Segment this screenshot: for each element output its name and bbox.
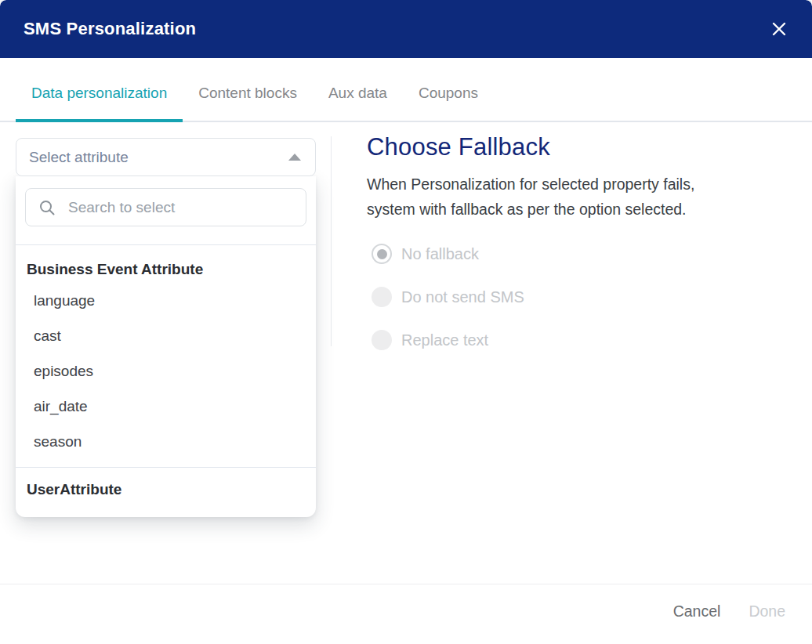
sms-personalization-modal: SMS Personalization Data personalization… [0,0,812,644]
group-header-user-attribute: UserAttribute [16,468,316,517]
radio-option-do-not-send-sms[interactable]: Do not send SMS [372,287,774,307]
radio-selected-icon [372,244,392,264]
group-header-business-event-attribute: Business Event Attribute [16,245,316,284]
tab-coupons[interactable]: Coupons [403,85,494,122]
attribute-search-box[interactable] [25,188,306,226]
column-divider [331,136,332,346]
radio-label: Do not send SMS [401,288,524,306]
tab-content-blocks[interactable]: Content blocks [183,85,313,122]
list-item-episodes[interactable]: episodes [16,354,316,389]
tab-data-personalization[interactable]: Data personalization [16,85,183,122]
close-icon[interactable] [767,16,792,42]
modal-content: Select attribute Business Event Attribut… [0,122,812,584]
tab-aux-data[interactable]: Aux data [313,85,403,122]
list-item-language[interactable]: language [16,284,316,319]
cancel-button[interactable]: Cancel [673,602,721,620]
fallback-description: When Personalization for selected proper… [367,172,774,222]
attribute-list: language cast episodes air_date season [16,284,316,460]
select-attribute-dropdown[interactable]: Select attribute [16,138,316,176]
radio-label: Replace text [401,331,488,349]
radio-unselected-icon [372,330,392,350]
select-attribute-value: Select attribute [29,149,129,166]
fallback-options: No fallback Do not send SMS Replace text [372,244,774,350]
list-item-season[interactable]: season [16,425,316,460]
modal-header: SMS Personalization [0,0,812,58]
fallback-description-line2: system with fallback as per the option s… [367,197,774,222]
radio-option-no-fallback[interactable]: No fallback [372,244,774,264]
search-icon [38,199,56,216]
attribute-picker: Select attribute Business Event Attribut… [16,138,316,517]
radio-unselected-icon [372,287,392,307]
radio-label: No fallback [401,245,479,263]
list-item-air_date[interactable]: air_date [16,389,316,425]
attribute-dropdown-panel: Business Event Attribute language cast e… [16,176,316,517]
radio-option-replace-text[interactable]: Replace text [372,330,774,350]
search-input[interactable] [68,199,295,216]
modal-footer: Cancel Done [0,584,812,644]
chevron-up-icon [288,154,301,161]
fallback-description-line1: When Personalization for selected proper… [367,172,774,197]
fallback-section: Choose Fallback When Personalization for… [367,133,774,373]
done-button[interactable]: Done [749,602,785,620]
fallback-heading: Choose Fallback [367,133,774,161]
list-item-cast[interactable]: cast [16,319,316,354]
modal-title: SMS Personalization [24,19,196,39]
tab-bar: Data personalization Content blocks Aux … [0,58,812,122]
